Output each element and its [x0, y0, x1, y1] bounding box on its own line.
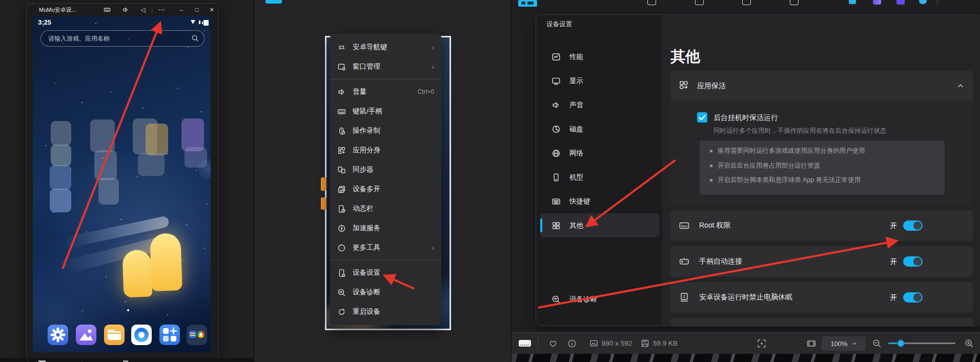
- zoom-slider-knob[interactable]: [897, 339, 905, 347]
- zoom-in-icon[interactable]: [964, 338, 974, 349]
- close-button[interactable]: ✕: [207, 5, 216, 14]
- sidebar-item-diagnose[interactable]: 设备诊断: [540, 287, 659, 311]
- shortcut-label: Ctrl+0: [418, 88, 434, 95]
- keepalive-section-header[interactable]: 应用保活: [670, 71, 973, 100]
- sidebar-item-hotkeys[interactable]: 快捷键: [540, 189, 659, 213]
- note-item: 推荐需要同时运行多游戏或使用应用分身的用户使用: [710, 147, 865, 155]
- menu-item-record[interactable]: 操作录制: [330, 121, 441, 140]
- svg-text:Root: Root: [681, 225, 687, 228]
- menu-item-restart[interactable]: 重启设备: [330, 302, 441, 321]
- page-title: 其他: [670, 47, 700, 67]
- search-input[interactable]: [47, 31, 182, 46]
- menu-item-volume[interactable]: 音量Ctrl+0: [330, 82, 441, 102]
- search-bar[interactable]: [40, 30, 205, 47]
- maximize-button[interactable]: ▢: [192, 5, 201, 14]
- sidebar-item-display[interactable]: 显示: [540, 69, 659, 93]
- zoom-out-icon[interactable]: [872, 338, 882, 349]
- search-icon[interactable]: [191, 34, 199, 42]
- svg-text:Z: Z: [683, 295, 686, 299]
- toolbar-blue-button[interactable]: [518, 0, 537, 7]
- toolbar-app-icon-purple-gradient[interactable]: [873, 0, 881, 5]
- collapse-chevron-icon[interactable]: [956, 82, 965, 90]
- wallpaper-stars: [33, 16, 34, 17]
- minimize-button[interactable]: –: [177, 5, 186, 14]
- menu-divider: [330, 260, 441, 260]
- sidebar-item-disk[interactable]: 磁盘: [540, 117, 659, 141]
- mumu-context-menu: 安卓导航键› 窗口管理› 音量Ctrl+0 键鼠/手柄 操作录制 应用分身 同步…: [330, 34, 441, 325]
- ghost-app-tile: [138, 153, 165, 176]
- info-icon[interactable]: [567, 338, 577, 349]
- keyboard-icon[interactable]: [103, 5, 112, 14]
- gamepad-autoconnect-toggle[interactable]: [903, 256, 923, 267]
- menu-item-device-settings[interactable]: 设备设置: [330, 263, 441, 283]
- keepalive-notes-box: 推荐需要同时运行多游戏或使用应用分身的用户使用 开启后后台应用将占用部分运行资源…: [700, 140, 945, 195]
- more-menu-icon[interactable]: ···: [157, 5, 167, 14]
- touch-device-icon[interactable]: [517, 338, 533, 349]
- dock-gallery-icon[interactable]: [76, 325, 96, 345]
- prevent-sleep-toggle[interactable]: [903, 292, 923, 303]
- prevent-sleep-row: Z 安卓设备运行时禁止电脑休眠 开: [670, 282, 973, 313]
- dock-settings-icon[interactable]: [48, 325, 68, 345]
- menu-item-keymouse[interactable]: 键鼠/手柄: [330, 102, 441, 121]
- toolbar-icon-fragment[interactable]: [790, 0, 799, 5]
- logo-arch: [122, 250, 152, 298]
- menu-divider: [330, 79, 441, 79]
- gamepad-autoconnect-row: 手柄自动连接 开: [670, 246, 973, 277]
- volume-icon[interactable]: [121, 5, 130, 14]
- android-home-screen[interactable]: 3:25: [33, 16, 211, 352]
- toggle-state-label: 开: [890, 222, 897, 231]
- battery-icon: [203, 20, 209, 26]
- toggle-knob[interactable]: [913, 257, 922, 266]
- toolbar-divider: [937, 0, 937, 6]
- locate-focus-icon[interactable]: [757, 338, 767, 349]
- section-title: 应用保活: [697, 82, 726, 91]
- note-item: 开启后后台应用将占用部分运行资源: [710, 162, 820, 170]
- menu-item-sync[interactable]: 同步器: [330, 160, 441, 179]
- zoom-slider[interactable]: [888, 343, 955, 344]
- menu-item-window-manage[interactable]: 窗口管理›: [330, 57, 441, 76]
- zoom-level-dropdown[interactable]: 100%: [822, 336, 866, 351]
- favorite-heart-icon[interactable]: [548, 338, 558, 349]
- sidebar-item-model[interactable]: 机型: [540, 165, 659, 189]
- keepalive-section-body: 后台挂机时保活运行 同时运行多个应用时，不操作的应用在将在后台保持运行状态 推荐…: [670, 100, 973, 206]
- back-icon[interactable]: ◁: [138, 5, 148, 14]
- fit-to-window-icon[interactable]: [806, 338, 816, 349]
- settings-main-panel: 其他 应用保活 后台挂机时保活运行 同时运行多个应用时，不操作的应用在将在后台保…: [662, 15, 980, 326]
- toggle-state-label: 开: [890, 257, 897, 267]
- sidebar-item-other-active[interactable]: 其他: [540, 213, 659, 237]
- dock-app-market-icon[interactable]: [159, 325, 180, 345]
- ghost-app-tile: [94, 150, 117, 180]
- dock-files-icon[interactable]: [104, 325, 125, 345]
- toggle-knob[interactable]: [913, 222, 922, 230]
- image-viewer-pane: 设备设置 性能 显示 声音 磁盘 网络 机型 快捷键 其他: [511, 0, 980, 362]
- dock-browser-icon[interactable]: [131, 325, 152, 345]
- checkbox-label[interactable]: 后台挂机时保活运行: [713, 113, 778, 123]
- menu-item-android-nav[interactable]: 安卓导航键›: [330, 37, 441, 57]
- toolbar-icon-fragment[interactable]: [647, 0, 656, 5]
- ghost-app-tile: [98, 178, 119, 205]
- dock-folder[interactable]: [187, 325, 207, 345]
- background-fragment: [321, 177, 326, 191]
- toolbar-app-icon-purple[interactable]: [896, 0, 905, 5]
- menu-item-more-tools[interactable]: 更多工具›: [330, 238, 441, 257]
- menu-item-app-clone[interactable]: 应用分身: [330, 140, 441, 160]
- root-permission-toggle[interactable]: [903, 220, 923, 231]
- toolbar-app-icon-blue[interactable]: [919, 0, 927, 4]
- toggle-knob[interactable]: [913, 293, 922, 301]
- sidebar-item-performance[interactable]: 性能: [540, 45, 659, 69]
- toggle-state-label: 开: [890, 293, 897, 303]
- menu-item-dynamic-bar[interactable]: 动态栏: [330, 199, 441, 218]
- keepalive-checkbox[interactable]: [697, 112, 707, 123]
- toolbar-icon-fragment[interactable]: [695, 0, 704, 5]
- toolbar-app-icon-cyan[interactable]: [849, 0, 856, 4]
- sidebar-item-network[interactable]: 网络: [540, 141, 659, 165]
- bullet-icon: [710, 150, 712, 152]
- toolbar-icon-fragment[interactable]: [742, 0, 751, 5]
- ghost-app-tile: [50, 165, 71, 190]
- menu-item-device-diagnose[interactable]: 设备诊断: [330, 283, 441, 302]
- device-settings-dialog: 设备设置 性能 显示 声音 磁盘 网络 机型 快捷键 其他: [536, 14, 980, 326]
- sidebar-item-sound[interactable]: 声音: [540, 93, 659, 117]
- mumu-titlebar: MuMu安卓设... ◁ ··· – ▢ ✕: [27, 4, 218, 16]
- menu-item-multi-instance[interactable]: 设备多开: [330, 179, 441, 199]
- menu-item-boost[interactable]: 加速服务: [330, 218, 441, 238]
